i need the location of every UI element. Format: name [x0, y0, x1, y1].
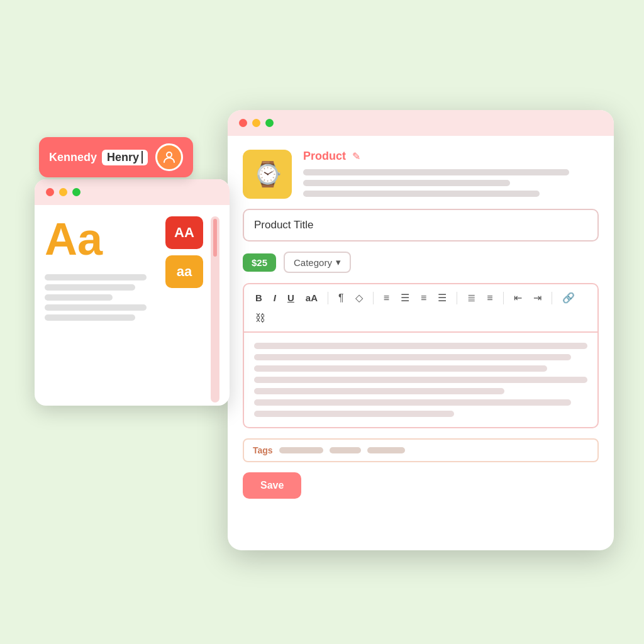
editor-toolbar: B I U aA ¶ ◇ ≡ ☰ ≡ ☰ ≣ ≡ ⇤ ⇥ 🔗 ⛓: [243, 283, 599, 333]
editor-line-6: [254, 399, 571, 406]
tag-2[interactable]: [330, 447, 361, 453]
font-panel-window: Aa AA aa: [35, 179, 230, 406]
product-header: ⌚ Product ✎: [243, 150, 599, 199]
last-name-label: Henry: [107, 151, 139, 164]
unlink-icon[interactable]: ⛓: [253, 311, 268, 325]
font-line-3: [45, 294, 113, 301]
font-line-2: [45, 284, 135, 291]
tag-3[interactable]: [367, 447, 405, 453]
dot-yellow[interactable]: [59, 188, 67, 196]
text-cursor: [142, 151, 143, 164]
indent-right-icon[interactable]: ⇥: [531, 291, 544, 305]
product-info: Product ✎: [303, 150, 599, 197]
last-name-highlight: Henry: [102, 150, 148, 165]
person-icon: [162, 150, 177, 165]
italic-button[interactable]: I: [271, 291, 279, 304]
dot-green[interactable]: [72, 188, 80, 196]
product-line-3: [303, 191, 540, 197]
name-tag: Kennedy Henry: [39, 137, 193, 177]
toolbar-sep-4: [503, 292, 504, 304]
product-title-input[interactable]: [243, 209, 599, 242]
product-line-2: [303, 180, 510, 186]
price-badge: $25: [243, 253, 276, 272]
font-badge-aa[interactable]: aa: [165, 255, 203, 288]
category-select[interactable]: Category ▾: [284, 252, 351, 273]
main-product-window: ⌚ Product ✎ $25 Category ▾: [228, 110, 614, 550]
list-ul-icon[interactable]: ≣: [465, 291, 478, 305]
align-justify-icon[interactable]: ☰: [435, 291, 449, 305]
bold-button[interactable]: B: [253, 291, 265, 304]
edit-icon[interactable]: ✎: [352, 150, 360, 162]
editor-line-5: [254, 388, 504, 394]
main-titlebar: [228, 110, 614, 136]
font-main-panel: Aa: [45, 216, 158, 402]
font-line-1: [45, 274, 147, 280]
font-line-4: [45, 304, 147, 311]
align-right-icon[interactable]: ≡: [418, 291, 429, 305]
font-line-5: [45, 314, 135, 321]
link-icon[interactable]: 🔗: [560, 291, 577, 305]
main-dot-yellow[interactable]: [252, 119, 260, 127]
product-lines: [303, 169, 599, 197]
product-title-row: Product ✎: [303, 150, 599, 163]
main-dot-green[interactable]: [265, 119, 274, 127]
pilcrow-icon[interactable]: ¶: [336, 291, 347, 305]
tags-label: Tags: [253, 445, 273, 455]
first-name-label: Kennedy: [49, 151, 97, 164]
category-label: Category: [294, 257, 332, 268]
product-label: Product: [303, 150, 346, 163]
tags-row: Tags: [243, 438, 599, 462]
indent-left-icon[interactable]: ⇤: [511, 291, 525, 305]
underline-button[interactable]: U: [285, 291, 297, 304]
avatar-icon[interactable]: [155, 143, 183, 171]
main-body: ⌚ Product ✎ $25 Category ▾: [228, 136, 614, 513]
font-aa-large: Aa: [45, 216, 158, 262]
editor-container: B I U aA ¶ ◇ ≡ ☰ ≡ ☰ ≣ ≡ ⇤ ⇥ 🔗 ⛓: [243, 283, 599, 428]
small-window-titlebar: [35, 179, 230, 205]
editor-line-4: [254, 377, 587, 383]
align-center-icon[interactable]: ☰: [398, 291, 412, 305]
font-badge-panel: AA aa: [165, 216, 203, 402]
toolbar-sep-1: [328, 292, 328, 304]
svg-point-0: [167, 152, 172, 157]
editor-line-3: [254, 365, 547, 372]
format-icon[interactable]: ◇: [353, 291, 365, 305]
align-left-icon[interactable]: ≡: [381, 291, 392, 305]
tag-1[interactable]: [279, 447, 323, 453]
product-image: ⌚: [243, 150, 292, 199]
editor-line-2: [254, 354, 571, 360]
product-line-1: [303, 169, 569, 175]
dot-red[interactable]: [46, 188, 54, 196]
toolbar-sep-2: [373, 292, 374, 304]
toolbar-sep-5: [552, 292, 552, 304]
fontsize-button[interactable]: aA: [303, 291, 320, 304]
font-badge-AA[interactable]: AA: [165, 216, 203, 249]
editor-line-7: [254, 411, 454, 417]
main-dot-red[interactable]: [239, 119, 247, 127]
meta-row: $25 Category ▾: [243, 252, 599, 273]
save-button[interactable]: Save: [243, 472, 301, 499]
list-ol-icon[interactable]: ≡: [484, 291, 495, 305]
scrollbar-thumb[interactable]: [213, 219, 217, 257]
font-lines: [45, 274, 158, 321]
scrollbar-track[interactable]: [211, 216, 219, 402]
editor-line-1: [254, 343, 587, 349]
editor-body[interactable]: [243, 333, 599, 428]
toolbar-sep-3: [457, 292, 457, 304]
chevron-down-icon: ▾: [336, 257, 341, 268]
